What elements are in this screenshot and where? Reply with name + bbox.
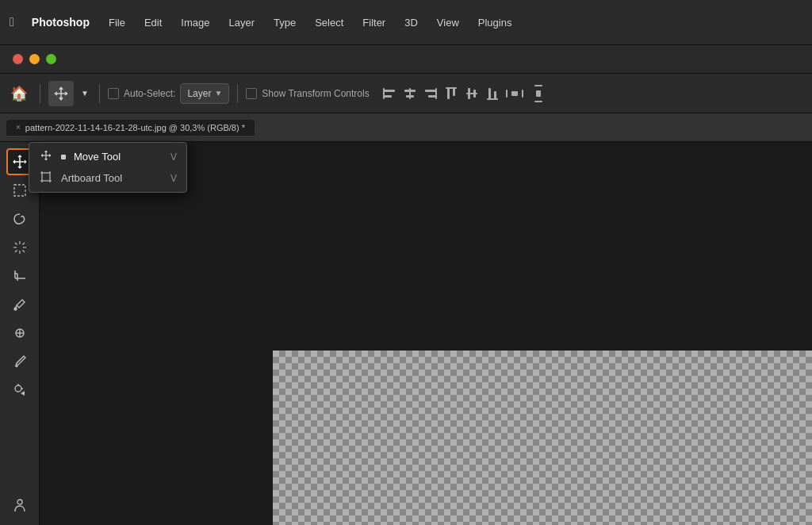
crop-tool-button[interactable] [6, 262, 33, 289]
svg-rect-9 [447, 88, 450, 99]
align-left-icon[interactable] [381, 85, 398, 102]
toolbar-separator-2 [99, 84, 100, 103]
move-dropdown-arrow[interactable]: ▼ [79, 81, 91, 106]
move-tool-indicator [39, 150, 53, 163]
autoselect-value: Layer [187, 88, 211, 99]
svg-rect-5 [409, 88, 411, 99]
home-button[interactable]: 🏠 [6, 81, 32, 106]
selected-tool-bullet [61, 155, 66, 159]
toolbox: Move Tool V Artboard Tool [0, 142, 40, 525]
svg-rect-10 [453, 88, 455, 96]
transform-checkbox[interactable] [246, 88, 257, 99]
svg-rect-23 [536, 90, 541, 97]
svg-line-33 [22, 243, 25, 245]
svg-rect-0 [384, 90, 395, 92]
autoselect-dropdown-arrow: ▼ [214, 89, 222, 98]
svg-rect-19 [522, 90, 523, 98]
align-bottom-icon[interactable] [484, 85, 501, 102]
transform-label: Show Transform Controls [262, 88, 369, 99]
tab-close-button[interactable]: × [16, 123, 21, 132]
svg-rect-14 [466, 93, 477, 94]
svg-rect-7 [428, 95, 436, 98]
align-top-icon[interactable] [442, 85, 460, 102]
magic-wand-button[interactable] [6, 234, 33, 261]
canvas-checker [273, 351, 812, 525]
tab-bar: × pattern-2022-11-14-16-21-28-utc.jpg @ … [0, 113, 812, 142]
svg-rect-26 [14, 185, 25, 196]
menu-photoshop[interactable]: Photoshop [24, 13, 98, 32]
flyout-move-tool[interactable]: Move Tool V [29, 146, 186, 167]
brush-tool-button[interactable] [6, 348, 33, 375]
window-controls [0, 45, 812, 74]
svg-rect-15 [488, 88, 491, 99]
document-tab[interactable]: × pattern-2022-11-14-16-21-28-utc.jpg @ … [6, 120, 255, 136]
align-right-icon[interactable] [422, 85, 439, 102]
distribute-h-icon[interactable] [504, 85, 525, 102]
svg-rect-6 [425, 90, 436, 92]
canvas-area[interactable] [40, 142, 812, 525]
svg-rect-50 [42, 173, 50, 181]
svg-rect-22 [534, 101, 542, 102]
autoselect-checkbox[interactable] [108, 88, 119, 99]
svg-rect-2 [383, 88, 385, 99]
autoselect-dropdown[interactable]: Layer ▼ [180, 83, 229, 104]
svg-rect-11 [446, 87, 457, 89]
svg-rect-16 [494, 91, 496, 99]
toolbar-separator-1 [40, 84, 40, 103]
align-center-h-icon[interactable] [401, 85, 419, 102]
options-toolbar: 🏠 ▼ Auto-Select: Layer ▼ Show Transform … [0, 74, 812, 113]
align-center-v-icon[interactable] [463, 85, 481, 102]
move-tool-options[interactable] [48, 81, 74, 106]
apple-menu[interactable]:  [10, 15, 14, 29]
menu-type[interactable]: Type [266, 13, 304, 32]
menu-file[interactable]: File [101, 13, 133, 32]
main-area: Move Tool V Artboard Tool [0, 142, 812, 525]
svg-rect-20 [511, 91, 518, 96]
svg-point-40 [14, 308, 17, 310]
toolbar-separator-3 [237, 84, 238, 103]
svg-point-47 [17, 500, 22, 504]
svg-rect-8 [435, 88, 437, 99]
menu-bar:  Photoshop File Edit Image Layer Type S… [0, 0, 812, 45]
eyedropper-button[interactable] [6, 291, 33, 318]
svg-line-34 [15, 251, 17, 253]
content-aware-button[interactable] [6, 492, 33, 519]
flyout-artboard-tool[interactable]: Artboard Tool V [29, 167, 186, 189]
tool-flyout-menu: Move Tool V Artboard Tool [29, 142, 187, 193]
align-icons-group [381, 85, 549, 102]
artboard-tool-shortcut: V [170, 173, 177, 184]
move-tool-label: Move Tool [74, 151, 121, 163]
autoselect-label: Auto-Select: [124, 88, 175, 99]
lasso-tool-button[interactable] [6, 205, 33, 232]
menu-filter[interactable]: Filter [354, 13, 393, 32]
svg-rect-18 [506, 90, 508, 98]
menu-layer[interactable]: Layer [220, 13, 262, 32]
svg-rect-1 [384, 95, 392, 98]
move-tool-shortcut: V [170, 151, 177, 163]
close-button[interactable] [13, 54, 23, 64]
artboard-tool-label: Artboard Tool [61, 172, 122, 184]
menu-plugins[interactable]: Plugins [470, 13, 520, 32]
minimize-button[interactable] [29, 54, 40, 64]
transform-controls-group[interactable]: Show Transform Controls [246, 88, 369, 99]
menu-select[interactable]: Select [307, 13, 351, 32]
healing-brush-button[interactable] [6, 320, 33, 347]
clone-stamp-button[interactable] [6, 377, 33, 404]
autoselect-checkbox-group[interactable]: Auto-Select: [108, 88, 175, 99]
svg-line-31 [15, 243, 17, 245]
artboard-tool-icon [39, 171, 53, 185]
menu-edit[interactable]: Edit [136, 13, 170, 32]
svg-rect-17 [487, 98, 498, 100]
svg-point-44 [15, 385, 21, 392]
menu-view[interactable]: View [429, 13, 467, 32]
menu-3d[interactable]: 3D [396, 13, 426, 32]
distribute-v-icon[interactable] [528, 85, 549, 102]
menu-image[interactable]: Image [173, 13, 217, 32]
maximize-button[interactable] [46, 54, 56, 64]
svg-rect-21 [534, 85, 542, 86]
tab-filename: pattern-2022-11-14-16-21-28-utc.jpg @ 30… [25, 123, 245, 132]
svg-line-32 [22, 251, 25, 253]
